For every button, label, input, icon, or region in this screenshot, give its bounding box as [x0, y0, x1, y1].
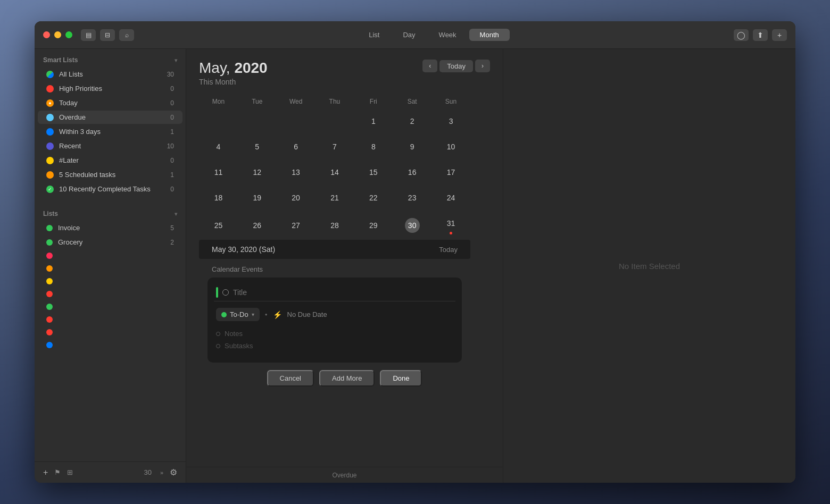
cancel-button[interactable]: Cancel [267, 370, 314, 387]
list4-color-dot [46, 265, 53, 272]
sidebar-item-completed[interactable]: ✓ 10 Recently Completed Tasks 0 [38, 182, 182, 196]
sidebar-item-within-days[interactable]: Within 3 days 1 [38, 125, 182, 138]
selected-date-bar: May 30, 2020 (Sat) Today [199, 240, 470, 259]
lightning-icon[interactable]: ⚡ [273, 310, 282, 319]
sidebar-item-label: #Later [59, 156, 163, 164]
sidebar-item-count: 5 [163, 224, 174, 232]
tab-week[interactable]: Week [428, 29, 467, 41]
settings-icon[interactable]: ⚙ [170, 467, 177, 477]
sidebar-item-grocery[interactable]: Grocery 2 [38, 236, 182, 249]
sidebar-item-list7[interactable] [38, 301, 182, 313]
day-22[interactable]: 22 [354, 185, 393, 211]
day-17[interactable]: 17 [431, 159, 470, 185]
minimize-button[interactable] [54, 31, 61, 38]
panel-toggle-icon[interactable]: ⊟ [100, 29, 115, 41]
list10-color-dot [46, 342, 53, 348]
calendar-month-year: May, 2020 [199, 60, 422, 77]
day-18[interactable]: 18 [199, 185, 238, 211]
day-19[interactable]: 19 [238, 185, 277, 211]
sidebar-item-today[interactable]: ● Today 0 [38, 96, 182, 110]
subtasks-label: Subtasks [225, 342, 253, 350]
day-13[interactable]: 13 [277, 159, 316, 185]
tab-month[interactable]: Month [469, 29, 510, 41]
day-30[interactable]: 30 [393, 211, 431, 240]
day-15[interactable]: 15 [354, 159, 393, 185]
sidebar-item-invoice[interactable]: Invoice 5 [38, 221, 182, 234]
subtasks-row[interactable]: Subtasks [216, 340, 453, 352]
add-list-button[interactable]: + [43, 468, 48, 477]
day-7[interactable]: 7 [316, 134, 354, 159]
day-1[interactable]: 1 [354, 108, 393, 134]
completed-icon: ✓ [46, 186, 54, 193]
sidebar-item-high-priorities[interactable]: High Priorities 0 [38, 82, 182, 95]
high-priorities-icon [46, 85, 54, 93]
add-button[interactable]: + [772, 29, 787, 41]
col-fri: Fri [354, 95, 393, 108]
prev-month-button[interactable]: ‹ [422, 60, 437, 72]
notes-row[interactable]: Notes [216, 327, 453, 340]
sidebar-item-list10[interactable] [38, 339, 182, 351]
status-bar: Overdue [186, 467, 503, 483]
sidebar-item-count: 2 [163, 239, 174, 246]
day-21[interactable]: 21 [316, 185, 354, 211]
day-empty [199, 108, 238, 134]
day-16[interactable]: 16 [393, 159, 431, 185]
day-23[interactable]: 23 [393, 185, 431, 211]
sidebar-item-count: 1 [163, 171, 174, 179]
list9-color-dot [46, 329, 53, 335]
day-11[interactable]: 11 [199, 159, 238, 185]
sidebar-toggle-icon[interactable]: ▤ [81, 29, 96, 41]
sidebar-item-scheduled[interactable]: 5 Scheduled tasks 1 [38, 168, 182, 181]
sidebar-item-overdue[interactable]: Overdue 0 [38, 111, 182, 124]
today-icon: ● [46, 99, 54, 107]
calendar-week-4: 18 19 20 21 22 23 24 [199, 185, 470, 211]
sidebar-item-list3[interactable] [38, 250, 182, 262]
app-window: ▤ ⊟ ⌕ List Day Week Month ◯ ⬆ + Smart Li… [35, 21, 795, 483]
day-12[interactable]: 12 [238, 159, 277, 185]
tab-list[interactable]: List [358, 29, 390, 41]
day-31[interactable]: 31 [431, 211, 470, 240]
day-10[interactable]: 10 [431, 134, 470, 159]
task-type-select[interactable]: To-Do ▾ [216, 308, 260, 321]
green-bar [216, 287, 218, 298]
done-button[interactable]: Done [380, 370, 422, 387]
sidebar-item-list9[interactable] [38, 326, 182, 338]
day-2[interactable]: 2 [393, 108, 431, 134]
day-4[interactable]: 4 [199, 134, 238, 159]
tab-day[interactable]: Day [392, 29, 426, 41]
day-26[interactable]: 26 [238, 211, 277, 240]
share-button[interactable]: ⬆ [753, 29, 768, 41]
day-24[interactable]: 24 [431, 185, 470, 211]
day-27[interactable]: 27 [277, 211, 316, 240]
day-3[interactable]: 3 [431, 108, 470, 134]
day-5[interactable]: 5 [238, 134, 277, 159]
maximize-button[interactable] [65, 31, 72, 38]
calendar-header: May, 2020 This Month ‹ Today › [199, 60, 490, 86]
circle-button[interactable]: ◯ [734, 29, 749, 41]
day-25[interactable]: 25 [199, 211, 238, 240]
next-month-button[interactable]: › [475, 60, 490, 72]
calendar-header-row: Mon Tue Wed Thu Fri Sat Sun [199, 95, 470, 108]
day-20[interactable]: 20 [277, 185, 316, 211]
task-title-input[interactable] [233, 288, 453, 297]
day-9[interactable]: 9 [393, 134, 431, 159]
day-29[interactable]: 29 [354, 211, 393, 240]
sidebar-item-recent[interactable]: Recent 10 [38, 139, 182, 153]
close-button[interactable] [43, 31, 50, 38]
task-card-buttons: Cancel Add More Done [199, 363, 490, 391]
day-14[interactable]: 14 [316, 159, 354, 185]
no-due-date-label: No Due Date [287, 310, 327, 318]
content-area: May, 2020 This Month ‹ Today › [186, 49, 503, 483]
sidebar-item-list6[interactable] [38, 288, 182, 300]
sidebar-item-later[interactable]: #Later 0 [38, 154, 182, 167]
sidebar-item-list5[interactable] [38, 275, 182, 287]
sidebar-item-list4[interactable] [38, 263, 182, 274]
day-8[interactable]: 8 [354, 134, 393, 159]
sidebar-item-list8[interactable] [38, 314, 182, 325]
add-more-button[interactable]: Add More [319, 370, 375, 387]
day-28[interactable]: 28 [316, 211, 354, 240]
sidebar-item-all-lists[interactable]: All Lists 30 [38, 68, 182, 81]
today-nav-button[interactable]: Today [439, 60, 473, 72]
day-6[interactable]: 6 [277, 134, 316, 159]
search-icon[interactable]: ⌕ [119, 29, 134, 41]
